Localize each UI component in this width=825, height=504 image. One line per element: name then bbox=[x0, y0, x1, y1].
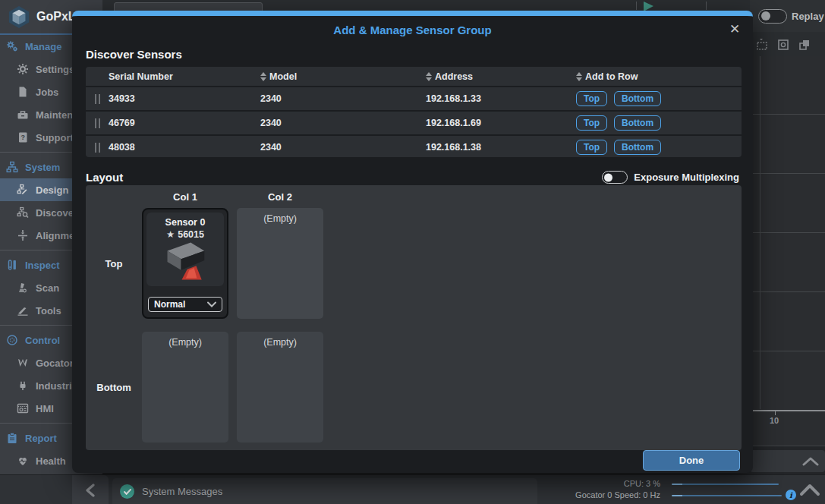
sidebar-item-label: Scan bbox=[36, 282, 59, 294]
data-viewer-grid: 10 bbox=[750, 56, 825, 446]
app-title: GoPxL bbox=[36, 10, 76, 24]
toolbox-icon bbox=[17, 109, 29, 121]
sidebar-item-label: Tools bbox=[36, 305, 61, 317]
toolbar-divider bbox=[636, 2, 637, 10]
gridline bbox=[751, 351, 825, 351]
serial-cell: 48038 bbox=[109, 142, 260, 153]
serial-cell: 46769 bbox=[109, 118, 260, 128]
status-bar: System Messages CPU: 3 % Gocator 0 Speed… bbox=[0, 474, 825, 504]
clipboard-icon bbox=[6, 432, 18, 444]
add-bottom-button[interactable]: Bottom bbox=[614, 91, 661, 106]
sensor-mode-dropdown[interactable]: Normal bbox=[148, 297, 222, 312]
add-manage-sensor-group-dialog: Add & Manage Sensor Group ✕ Discover Sen… bbox=[72, 11, 753, 473]
cpu-meter bbox=[672, 484, 779, 485]
sort-icon[interactable] bbox=[426, 72, 432, 81]
model-cell: 2340 bbox=[260, 118, 426, 128]
system-messages-bar[interactable]: System Messages bbox=[112, 478, 537, 504]
gears-icon bbox=[6, 40, 18, 52]
hmi-window-icon bbox=[17, 402, 29, 414]
drag-handle-icon[interactable] bbox=[86, 143, 109, 153]
sidebar-item-label: Design bbox=[36, 184, 68, 196]
gridline bbox=[751, 291, 825, 292]
chevron-up-icon[interactable] bbox=[802, 456, 819, 467]
add-top-button[interactable]: Top bbox=[576, 115, 607, 131]
sensor-slot-top-col1[interactable]: Sensor 0 ★56015 Normal bbox=[142, 208, 228, 319]
sensor-serial: ★56015 bbox=[146, 228, 224, 240]
toolbar-divider bbox=[706, 2, 707, 10]
sidebar-item-label: HMI bbox=[36, 403, 54, 414]
gopxl-cube-icon bbox=[8, 5, 30, 29]
sidebar-collapse-button[interactable] bbox=[72, 475, 109, 504]
sort-icon[interactable] bbox=[576, 72, 582, 81]
sensor-name: Sensor 0 bbox=[146, 217, 224, 228]
top-row-label: Top bbox=[91, 258, 137, 269]
scan-icon bbox=[17, 282, 29, 294]
table-row: 48038 2340 192.168.1.38 TopBottom bbox=[86, 136, 742, 157]
toggle-knob bbox=[761, 11, 770, 20]
gridline bbox=[751, 114, 825, 115]
sidebar-item-label: Inspect bbox=[25, 260, 60, 271]
network-icon bbox=[6, 161, 18, 173]
empty-slot-label: (Empty) bbox=[263, 213, 297, 224]
column-header-address[interactable]: Address bbox=[426, 71, 576, 82]
document-icon bbox=[17, 86, 29, 98]
address-cell: 192.168.1.38 bbox=[426, 142, 576, 153]
layers-icon[interactable] bbox=[798, 39, 811, 51]
sidebar-item-label: Health bbox=[36, 455, 66, 467]
column-header-serial[interactable]: Serial Number bbox=[109, 71, 260, 82]
add-top-button[interactable]: Top bbox=[576, 140, 607, 155]
info-icon[interactable]: i bbox=[786, 490, 796, 500]
column-header-model[interactable]: Model bbox=[260, 71, 426, 82]
chevron-up-icon[interactable] bbox=[798, 481, 821, 498]
col2-header: Col 2 bbox=[237, 191, 323, 203]
gear-icon bbox=[17, 63, 29, 75]
discover-network-icon bbox=[17, 206, 29, 219]
add-top-button[interactable]: Top bbox=[576, 91, 607, 106]
col1-header: Col 1 bbox=[142, 191, 228, 203]
sidebar-item-label: Manage bbox=[25, 41, 61, 52]
add-bottom-button[interactable]: Bottom bbox=[614, 115, 661, 131]
sidebar-item-label: System bbox=[25, 162, 60, 173]
replay-label: Replay bbox=[792, 11, 824, 22]
add-bottom-button[interactable]: Bottom bbox=[614, 140, 661, 155]
fit-view-icon[interactable] bbox=[777, 39, 789, 51]
empty-slot-label: (Empty) bbox=[168, 337, 202, 348]
model-cell: 2340 bbox=[260, 93, 426, 104]
drag-handle-icon[interactable] bbox=[86, 118, 109, 128]
column-header-add-to-row[interactable]: Add to Row bbox=[576, 71, 742, 82]
design-icon bbox=[17, 184, 29, 196]
drag-handle-icon[interactable] bbox=[86, 94, 109, 104]
model-cell: 2340 bbox=[260, 142, 426, 153]
status-ok-icon bbox=[120, 484, 134, 499]
sensor-mode-value: Normal bbox=[154, 299, 185, 310]
sidebar-item-label: Jobs bbox=[36, 87, 58, 98]
exposure-multiplexing-toggle[interactable] bbox=[602, 171, 628, 184]
view-toolbar bbox=[750, 33, 825, 56]
done-button[interactable]: Done bbox=[643, 450, 740, 471]
chevron-left-icon bbox=[85, 484, 96, 497]
empty-slot-bottom-col1[interactable]: (Empty) bbox=[142, 332, 228, 443]
empty-slot-bottom-col2[interactable]: (Empty) bbox=[237, 332, 323, 443]
sidebar-item-label: Gocator bbox=[36, 358, 74, 369]
cpu-label: CPU: 3 % bbox=[539, 479, 660, 488]
x-axis-tick bbox=[775, 411, 776, 415]
sidebar-item-label: Support bbox=[36, 132, 74, 143]
gridline bbox=[751, 232, 825, 233]
close-icon[interactable]: ✕ bbox=[727, 21, 742, 36]
tools-icon bbox=[17, 304, 29, 317]
fit-width-icon[interactable] bbox=[756, 39, 768, 51]
bottom-row-label: Bottom bbox=[91, 382, 137, 393]
system-messages-label: System Messages bbox=[142, 486, 222, 497]
sidebar-item-label: Discover bbox=[36, 207, 77, 219]
sensor-card-face: Sensor 0 ★56015 bbox=[146, 213, 224, 286]
sort-icon[interactable] bbox=[260, 72, 266, 81]
toggle-knob bbox=[604, 173, 612, 181]
collapsed-panel[interactable] bbox=[750, 450, 825, 472]
gridline bbox=[760, 56, 760, 409]
replay-toggle[interactable] bbox=[758, 9, 787, 24]
sidebar-item-label: Settings bbox=[36, 64, 74, 75]
sidebar-item-label: Control bbox=[25, 335, 60, 346]
sensor-layout-grid: Col 1 Col 2 Top Bottom Sensor 0 ★56015 N… bbox=[86, 185, 742, 450]
address-cell: 192.168.1.69 bbox=[426, 118, 576, 128]
empty-slot-top-col2[interactable]: (Empty) bbox=[237, 208, 323, 319]
